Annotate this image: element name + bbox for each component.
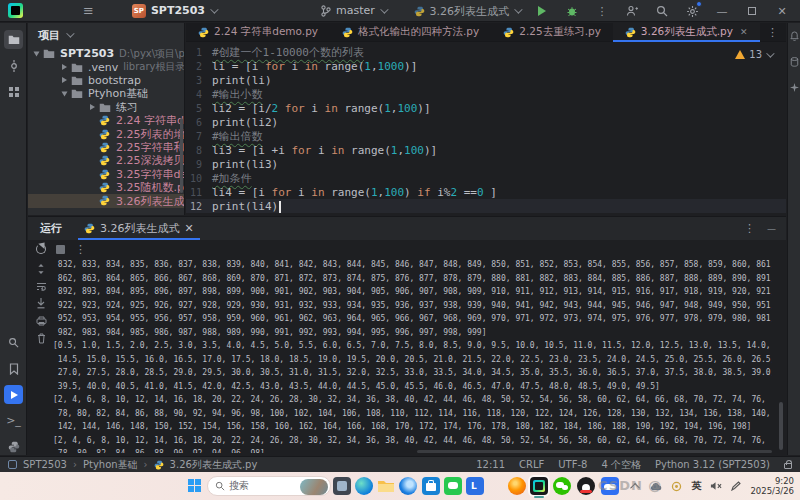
editor-tab[interactable]: 2.24 字符串demo.py (186, 23, 330, 41)
ime-indicator[interactable]: 英 (691, 479, 701, 493)
run-console-output[interactable]: 832, 833, 834, 835, 836, 837, 838, 839, … (53, 258, 772, 453)
close-icon[interactable]: ✕ (185, 222, 194, 235)
breadcrumb-folder[interactable]: Ptyhon基础 (83, 458, 138, 472)
up-down-stack-icon[interactable] (36, 263, 46, 275)
rerun-icon[interactable] (36, 244, 46, 254)
code-with-me-icon[interactable] (624, 3, 640, 19)
line-number[interactable]: 8 (186, 145, 212, 156)
tree-item[interactable]: bootstrap (28, 74, 184, 87)
tree-item[interactable]: .venvlibrary根目录 (28, 60, 184, 73)
firefox-icon[interactable] (508, 477, 526, 495)
cloud-icon[interactable] (649, 482, 662, 491)
minimize-button[interactable]: — (714, 3, 730, 19)
line-number[interactable]: 9 (186, 159, 212, 170)
green-chat-app-icon[interactable] (444, 477, 462, 495)
pen-icon[interactable] (731, 481, 741, 491)
expand-arrow-icon[interactable] (90, 104, 95, 110)
run-config-selector[interactable]: 3.26列表生成式 (414, 4, 521, 19)
find-toolwindow-icon[interactable] (4, 333, 23, 352)
maximize-button[interactable] (744, 3, 760, 19)
line-separator[interactable]: CRLF (519, 459, 544, 470)
wechat-icon[interactable] (553, 477, 571, 495)
clear-all-trash-icon[interactable] (37, 333, 46, 344)
file-explorer-icon[interactable] (377, 477, 395, 495)
volume-muted-icon[interactable] (710, 481, 722, 491)
editor-tab[interactable]: 3.26列表生成式.py✕ (613, 23, 760, 41)
line-number[interactable]: 4 (186, 89, 212, 100)
editor-tab[interactable]: 2.25去重练习.py (491, 23, 613, 41)
structure-toolwindow-icon[interactable] (4, 82, 23, 101)
database-icon[interactable] (790, 57, 799, 66)
line-number[interactable]: 7 (186, 131, 212, 142)
expand-arrow-icon[interactable] (62, 64, 67, 70)
close-icon[interactable]: ✕ (740, 27, 748, 37)
run-options-icon[interactable]: ⋮ (744, 222, 755, 235)
tree-item[interactable]: 练习 (28, 101, 184, 114)
editor-area[interactable]: 2.24 字符串demo.py格式化输出的四种方法.py2.25去重练习.py3… (186, 23, 786, 215)
tree-item[interactable]: SPT2503D:\pyx\项目\python\myflask (28, 47, 184, 60)
stop-icon[interactable] (56, 245, 65, 254)
expand-arrow-icon[interactable] (62, 91, 68, 96)
notifications-bell-icon[interactable] (790, 31, 799, 40)
project-scrollbar[interactable] (180, 118, 183, 193)
project-tree[interactable]: SPT2503D:\pyx\项目\python\myflask.venvlibr… (28, 47, 184, 208)
scroll-to-end-icon[interactable] (36, 298, 46, 309)
ai-assistant-icon[interactable] (790, 83, 799, 92)
console-vertical-scrollbar[interactable] (779, 402, 783, 450)
file-encoding[interactable]: UTF-8 (558, 459, 587, 470)
tree-item[interactable]: 2.25深浅拷贝.py (28, 154, 184, 167)
terminal-toolwindow-icon[interactable]: >_ (4, 411, 23, 430)
run-toolwindow-icon[interactable] (4, 385, 23, 404)
run-tab[interactable]: 3.26列表生成式 ✕ (80, 217, 198, 240)
qq-icon[interactable] (577, 477, 595, 495)
python-interpreter[interactable]: Python 3.12 (SPT2503) (655, 459, 770, 470)
line-number[interactable]: 6 (186, 117, 212, 128)
settings-gear-icon[interactable] (684, 3, 700, 19)
run-button[interactable] (534, 3, 550, 19)
line-number[interactable]: 2 (186, 61, 212, 72)
tab-options-icon[interactable]: ⋮ (767, 26, 778, 39)
main-menu-icon[interactable]: ≡ (83, 0, 94, 22)
browser-icon[interactable] (399, 477, 417, 495)
line-number[interactable]: 5 (186, 103, 212, 114)
project-panel-header[interactable]: 项目 (28, 23, 184, 47)
breadcrumb-project[interactable]: SPT2503 (23, 459, 67, 470)
task-view-icon[interactable] (333, 477, 351, 495)
tree-item[interactable]: 3.26列表生成式.py (28, 194, 184, 207)
hide-toolwindow-icon[interactable]: — (767, 224, 776, 234)
expand-arrow-icon[interactable] (62, 77, 67, 83)
indent-style[interactable]: 4 个空格 (601, 458, 641, 472)
line-number[interactable]: 12 (186, 201, 212, 212)
microsoft-store-icon[interactable] (422, 477, 440, 495)
expand-arrow-icon[interactable] (34, 51, 40, 56)
caret-position[interactable]: 12:11 (476, 459, 505, 470)
console-horizontal-scrollbar[interactable] (417, 450, 772, 453)
line-number[interactable]: 3 (186, 75, 212, 86)
project-selector[interactable]: SP SPT2503 (132, 4, 216, 18)
tree-item[interactable]: 2.24 字符串demo.py (28, 114, 184, 127)
windows-start-icon[interactable] (188, 479, 202, 493)
project-toolwindow-icon[interactable] (4, 30, 23, 49)
breadcrumb-file[interactable]: 3.26列表生成式.py (170, 458, 258, 472)
editor-tab[interactable]: 格式化输出的四种方法.py (330, 23, 491, 41)
run-toolbar-more-icon[interactable]: ⋮ (75, 243, 86, 256)
more-actions-icon[interactable]: ⋮ (594, 3, 610, 19)
debug-button[interactable] (564, 3, 580, 19)
tree-item[interactable]: 3.25字符串demo.py (28, 168, 184, 181)
tray-clock[interactable]: 9:20 2025/3/26 (750, 476, 794, 496)
commit-toolwindow-icon[interactable] (4, 56, 23, 75)
tree-item[interactable]: 3.25随机数.py (28, 181, 184, 194)
blue-cloud-app-icon[interactable] (601, 477, 619, 495)
search-everywhere-icon[interactable] (654, 3, 670, 19)
readonly-lock-icon[interactable] (784, 463, 792, 469)
blue-app-icon[interactable]: L (466, 477, 484, 495)
branch-selector[interactable]: master (321, 4, 386, 17)
tree-item[interactable]: Ptyhon基础 (28, 87, 184, 100)
line-number[interactable]: 10 (186, 173, 212, 184)
pycharm-taskbar-icon[interactable] (530, 477, 548, 495)
close-button[interactable]: ✕ (774, 3, 790, 19)
soft-wrap-icon[interactable] (36, 282, 47, 291)
print-icon[interactable] (36, 316, 47, 326)
edge-browser-icon[interactable] (355, 477, 373, 495)
line-number[interactable]: 1 (186, 47, 212, 58)
